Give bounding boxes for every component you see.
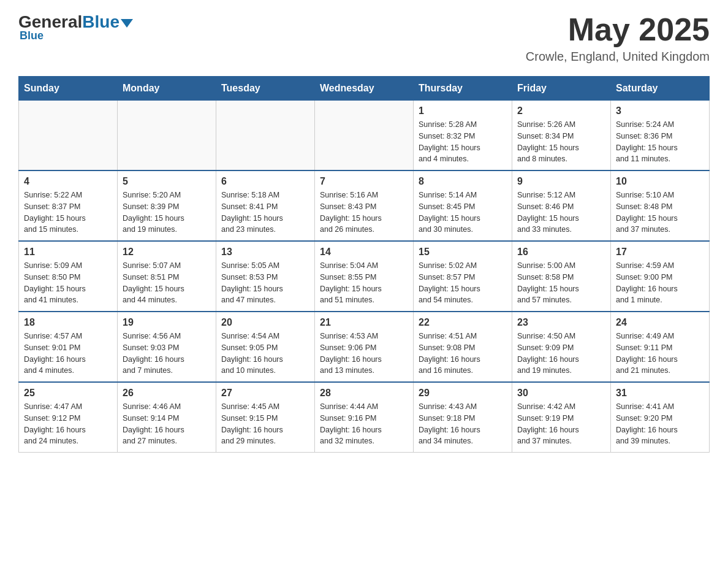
calendar-day-cell: 12Sunrise: 5:07 AM Sunset: 8:51 PM Dayli…: [118, 241, 216, 312]
calendar-day-cell: 28Sunrise: 4:44 AM Sunset: 9:16 PM Dayli…: [315, 382, 414, 453]
day-number: 26: [123, 388, 211, 399]
day-info: Sunrise: 5:05 AM Sunset: 8:53 PM Dayligh…: [221, 260, 309, 306]
day-info: Sunrise: 4:47 AM Sunset: 9:12 PM Dayligh…: [24, 401, 112, 447]
calendar-day-cell: 22Sunrise: 4:51 AM Sunset: 9:08 PM Dayli…: [414, 312, 512, 382]
calendar-day-cell: 17Sunrise: 4:59 AM Sunset: 9:00 PM Dayli…: [611, 241, 710, 312]
calendar-day-cell: 23Sunrise: 4:50 AM Sunset: 9:09 PM Dayli…: [512, 312, 611, 382]
day-info: Sunrise: 5:10 AM Sunset: 8:48 PM Dayligh…: [616, 190, 704, 236]
calendar-day-cell: 26Sunrise: 4:46 AM Sunset: 9:14 PM Dayli…: [118, 382, 216, 453]
day-info: Sunrise: 5:22 AM Sunset: 8:37 PM Dayligh…: [24, 190, 112, 236]
day-info: Sunrise: 5:28 AM Sunset: 8:32 PM Dayligh…: [419, 119, 507, 165]
calendar-day-cell: [216, 101, 315, 171]
day-number: 16: [517, 247, 605, 258]
calendar-day-cell: 1Sunrise: 5:28 AM Sunset: 8:32 PM Daylig…: [414, 101, 512, 171]
day-number: 8: [419, 176, 507, 187]
day-info: Sunrise: 4:54 AM Sunset: 9:05 PM Dayligh…: [221, 331, 309, 377]
day-info: Sunrise: 5:24 AM Sunset: 8:36 PM Dayligh…: [616, 119, 704, 165]
day-info: Sunrise: 5:20 AM Sunset: 8:39 PM Dayligh…: [123, 190, 211, 236]
day-info: Sunrise: 5:04 AM Sunset: 8:55 PM Dayligh…: [320, 260, 408, 306]
day-info: Sunrise: 5:09 AM Sunset: 8:50 PM Dayligh…: [24, 260, 112, 306]
day-number: 31: [616, 388, 704, 399]
day-info: Sunrise: 4:51 AM Sunset: 9:08 PM Dayligh…: [419, 331, 507, 377]
logo: General Blue Blue: [18, 12, 133, 42]
calendar-day-cell: 31Sunrise: 4:41 AM Sunset: 9:20 PM Dayli…: [611, 382, 710, 453]
day-info: Sunrise: 4:41 AM Sunset: 9:20 PM Dayligh…: [616, 401, 704, 447]
calendar-day-cell: 9Sunrise: 5:12 AM Sunset: 8:46 PM Daylig…: [512, 170, 611, 241]
calendar-day-cell: 5Sunrise: 5:20 AM Sunset: 8:39 PM Daylig…: [118, 170, 216, 241]
day-of-week-header: Wednesday: [315, 77, 414, 101]
calendar-day-cell: 8Sunrise: 5:14 AM Sunset: 8:45 PM Daylig…: [414, 170, 512, 241]
day-number: 14: [320, 247, 408, 258]
calendar-week-row: 18Sunrise: 4:57 AM Sunset: 9:01 PM Dayli…: [19, 312, 710, 382]
logo-arrow-icon: [121, 19, 133, 28]
day-info: Sunrise: 4:57 AM Sunset: 9:01 PM Dayligh…: [24, 331, 112, 377]
day-number: 20: [221, 317, 309, 328]
day-number: 17: [616, 247, 704, 258]
day-info: Sunrise: 5:16 AM Sunset: 8:43 PM Dayligh…: [320, 190, 408, 236]
day-number: 11: [24, 247, 112, 258]
calendar-day-cell: 15Sunrise: 5:02 AM Sunset: 8:57 PM Dayli…: [414, 241, 512, 312]
calendar-day-cell: [19, 101, 118, 171]
day-number: 27: [221, 388, 309, 399]
calendar-day-cell: 21Sunrise: 4:53 AM Sunset: 9:06 PM Dayli…: [315, 312, 414, 382]
day-number: 29: [419, 388, 507, 399]
calendar-day-cell: [118, 101, 216, 171]
month-title: May 2025: [526, 12, 710, 47]
calendar-week-row: 25Sunrise: 4:47 AM Sunset: 9:12 PM Dayli…: [19, 382, 710, 453]
day-number: 4: [24, 176, 112, 187]
calendar-day-cell: 19Sunrise: 4:56 AM Sunset: 9:03 PM Dayli…: [118, 312, 216, 382]
day-info: Sunrise: 4:46 AM Sunset: 9:14 PM Dayligh…: [123, 401, 211, 447]
day-info: Sunrise: 5:26 AM Sunset: 8:34 PM Dayligh…: [517, 119, 605, 165]
calendar-day-cell: 20Sunrise: 4:54 AM Sunset: 9:05 PM Dayli…: [216, 312, 315, 382]
day-info: Sunrise: 4:56 AM Sunset: 9:03 PM Dayligh…: [123, 331, 211, 377]
calendar-day-cell: 29Sunrise: 4:43 AM Sunset: 9:18 PM Dayli…: [414, 382, 512, 453]
day-number: 1: [419, 105, 507, 117]
calendar-day-cell: 10Sunrise: 5:10 AM Sunset: 8:48 PM Dayli…: [611, 170, 710, 241]
day-number: 2: [517, 105, 605, 117]
day-info: Sunrise: 5:12 AM Sunset: 8:46 PM Dayligh…: [517, 190, 605, 236]
day-info: Sunrise: 5:07 AM Sunset: 8:51 PM Dayligh…: [123, 260, 211, 306]
day-info: Sunrise: 4:44 AM Sunset: 9:16 PM Dayligh…: [320, 401, 408, 447]
calendar-day-cell: 11Sunrise: 5:09 AM Sunset: 8:50 PM Dayli…: [19, 241, 118, 312]
day-of-week-header: Saturday: [611, 77, 710, 101]
day-info: Sunrise: 5:18 AM Sunset: 8:41 PM Dayligh…: [221, 190, 309, 236]
calendar-table: SundayMondayTuesdayWednesdayThursdayFrid…: [18, 76, 710, 453]
day-number: 21: [320, 317, 408, 328]
day-of-week-header: Thursday: [414, 77, 512, 101]
day-info: Sunrise: 4:42 AM Sunset: 9:19 PM Dayligh…: [517, 401, 605, 447]
day-of-week-header: Friday: [512, 77, 611, 101]
day-info: Sunrise: 4:45 AM Sunset: 9:15 PM Dayligh…: [221, 401, 309, 447]
day-of-week-header: Monday: [118, 77, 216, 101]
day-number: 25: [24, 388, 112, 399]
calendar-day-cell: 6Sunrise: 5:18 AM Sunset: 8:41 PM Daylig…: [216, 170, 315, 241]
calendar-day-cell: 2Sunrise: 5:26 AM Sunset: 8:34 PM Daylig…: [512, 101, 611, 171]
day-number: 28: [320, 388, 408, 399]
calendar-day-cell: 18Sunrise: 4:57 AM Sunset: 9:01 PM Dayli…: [19, 312, 118, 382]
calendar-day-cell: 24Sunrise: 4:49 AM Sunset: 9:11 PM Dayli…: [611, 312, 710, 382]
day-number: 30: [517, 388, 605, 399]
calendar-day-cell: 27Sunrise: 4:45 AM Sunset: 9:15 PM Dayli…: [216, 382, 315, 453]
day-info: Sunrise: 5:14 AM Sunset: 8:45 PM Dayligh…: [419, 190, 507, 236]
calendar-day-cell: 7Sunrise: 5:16 AM Sunset: 8:43 PM Daylig…: [315, 170, 414, 241]
day-of-week-header: Tuesday: [216, 77, 315, 101]
day-number: 23: [517, 317, 605, 328]
day-number: 3: [616, 105, 704, 117]
day-info: Sunrise: 4:49 AM Sunset: 9:11 PM Dayligh…: [616, 331, 704, 377]
calendar-day-cell: 14Sunrise: 5:04 AM Sunset: 8:55 PM Dayli…: [315, 241, 414, 312]
calendar-day-cell: 16Sunrise: 5:00 AM Sunset: 8:58 PM Dayli…: [512, 241, 611, 312]
calendar-day-cell: 4Sunrise: 5:22 AM Sunset: 8:37 PM Daylig…: [19, 170, 118, 241]
calendar-day-cell: 30Sunrise: 4:42 AM Sunset: 9:19 PM Dayli…: [512, 382, 611, 453]
day-number: 24: [616, 317, 704, 328]
calendar-day-cell: [315, 101, 414, 171]
calendar-header-row: SundayMondayTuesdayWednesdayThursdayFrid…: [19, 77, 710, 101]
calendar-week-row: 4Sunrise: 5:22 AM Sunset: 8:37 PM Daylig…: [19, 170, 710, 241]
day-number: 10: [616, 176, 704, 187]
day-number: 18: [24, 317, 112, 328]
day-number: 13: [221, 247, 309, 258]
day-info: Sunrise: 5:02 AM Sunset: 8:57 PM Dayligh…: [419, 260, 507, 306]
title-area: May 2025 Crowle, England, United Kingdom: [526, 12, 710, 64]
page-header: General Blue Blue May 2025 Crowle, Engla…: [18, 12, 710, 64]
logo-subtitle: Blue: [20, 29, 44, 42]
day-number: 12: [123, 247, 211, 258]
day-info: Sunrise: 4:43 AM Sunset: 9:18 PM Dayligh…: [419, 401, 507, 447]
